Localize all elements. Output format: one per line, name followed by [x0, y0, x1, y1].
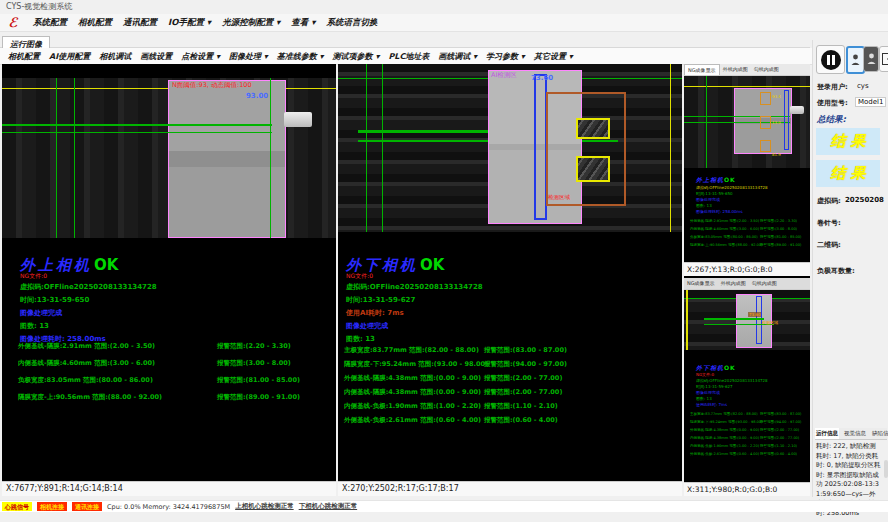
- measure-overlay-value: 93.00: [246, 92, 268, 100]
- mini-measure-box: [784, 90, 789, 150]
- mini-anno-value: 93.4: [772, 94, 781, 99]
- mini-measure-row: 隔膜宽度-上:90.56mm 范围:(88.00 - 92.00): [690, 243, 762, 247]
- user-switch-button[interactable]: [863, 46, 879, 72]
- alarm-range: 报警范围:(0.60 - 4.00): [484, 416, 558, 424]
- overlay-green-vline: [270, 78, 271, 238]
- overlay-green-vline: [706, 76, 707, 168]
- tool-image-process[interactable]: 图像处理 ▾: [229, 51, 268, 62]
- pause-icon: [821, 50, 841, 70]
- alarm-row: 报警范围:(83.00 - 87.00): [484, 346, 567, 355]
- mini-measure-row: 外侧基线-负极:2.61mm 范围:(0.60 - 4.00): [690, 452, 759, 456]
- mini-tab-hook-line[interactable]: 勾线内成图: [751, 64, 782, 75]
- tool-spotcheck-setting[interactable]: 点检设置 ▾: [181, 51, 220, 62]
- mini-anno-value: 13.0: [772, 120, 781, 125]
- mini-top-panel[interactable]: NG成像显示 外线内成图 勾线内成图 93.4 13.0 81.9 外上相机OK…: [684, 64, 810, 276]
- mini-measure-row: 外侧基线-隔膜:2.91mm 范围:(2.00 - 3.50): [690, 219, 759, 223]
- mini-frames-line: 图数: 13: [696, 396, 712, 401]
- mini-time-line: 时间:13-31-59-650: [696, 191, 733, 196]
- app-logo-icon: ℰ: [4, 15, 22, 30]
- mini-alarm-row: 报警范围:(94.00 - 97.00): [760, 420, 801, 424]
- mini-alarm-row: 报警范围:(1.10 - 2.10): [760, 444, 797, 448]
- measurement-row: 外侧基线-隔膜:2.91mm 范围:(2.00 - 3.50): [18, 342, 155, 351]
- lower-camera-heartbeat-status[interactable]: 下相机心跳检测正常: [299, 502, 358, 511]
- result-indicator-upper: 结 果: [816, 128, 880, 155]
- tool-test-params[interactable]: 测试项参数 ▾: [333, 51, 380, 62]
- time-line: 时间:13-31-59-627: [346, 295, 415, 305]
- info-scrollbar[interactable]: [884, 460, 888, 478]
- login-user-label: 登录用户:: [817, 82, 848, 92]
- tool-line-debug[interactable]: 画线调试 ▾: [438, 51, 477, 62]
- mini-tab-ng-view[interactable]: NG成像显示: [684, 278, 718, 289]
- time-line: 时间:13-31-59-650: [20, 295, 89, 305]
- mini-done-line: 图像处理完成: [696, 197, 720, 202]
- pause-button[interactable]: [816, 45, 845, 74]
- menu-io-config[interactable]: IO手配置 ▾: [168, 17, 211, 29]
- tab-vision-info[interactable]: 视觉信息: [843, 428, 867, 439]
- menu-view[interactable]: 查看 ▾: [291, 17, 315, 29]
- mini-elapsed-line: 图像处理耗时: 258.00ms: [696, 209, 743, 214]
- mini-measure-row: 内侧基线-负极:1.90mm 范围:(1.00 - 2.20): [690, 444, 759, 448]
- menu-system-config[interactable]: 系统配置: [33, 17, 67, 29]
- comm-connect-badge: 通讯连接: [72, 502, 102, 511]
- mini-tab-outer-line[interactable]: 外线内成图: [720, 64, 751, 75]
- tool-camera-debug[interactable]: 相机调试: [99, 51, 131, 62]
- alarm-range: 报警范围:(89.00 - 91.00): [217, 393, 300, 401]
- middle-camera-panel[interactable]: AI检测区 73.60 检测区域 外下相机OK NG文件:0 虚拟码:OFFli…: [338, 64, 682, 496]
- overlay-green-hline: [684, 116, 790, 117]
- tool-line-setting[interactable]: 画线设置: [140, 51, 172, 62]
- detect-region-label: 检测区域: [548, 194, 570, 201]
- upper-camera-heartbeat-status[interactable]: 上相机心跳检测正常: [235, 502, 294, 511]
- tool-learn-params[interactable]: 学习参数 ▾: [486, 51, 525, 62]
- tool-plc-address[interactable]: PLC地址表: [388, 51, 429, 62]
- mini-tab-bar: NG成像显示 外线内成图 勾线内成图: [684, 64, 810, 76]
- measure-value: 内侧基线-隔膜:4.60mm 范围:(3.00 - 6.00): [18, 359, 155, 367]
- alarm-row: 报警范围:(0.60 - 4.00): [484, 416, 558, 425]
- mini-bottom-panel[interactable]: NG成像显示 外线内成图 勾线内成图 73.60 检测区域 外下相机OK NG文…: [684, 278, 810, 496]
- mini-anno-box: [760, 140, 771, 152]
- alarm-range: 报警范围:(2.00 - 77.00): [484, 374, 562, 382]
- menu-language-switch[interactable]: 系统语言切换: [327, 17, 378, 29]
- mini-measure-row: 内侧基线-隔膜:4.60mm 范围:(3.00 - 6.00): [690, 227, 759, 231]
- overlay-yellow-line: [684, 86, 810, 87]
- mini-alarm-row: 报警范围:(83.00 - 87.00): [760, 412, 801, 416]
- alarm-range: 报警范围:(83.00 - 87.00): [484, 346, 567, 354]
- mini-alarm-row: 报警范围:(89.00 - 91.00): [760, 243, 801, 247]
- tool-ai-config[interactable]: AI使用配置: [49, 51, 90, 62]
- tool-camera-config[interactable]: 相机配置: [8, 51, 40, 62]
- cpu-memory-readout: Cpu: 0.0% Memory: 3424.41796875M: [107, 503, 230, 511]
- model-value[interactable]: Model1: [855, 97, 886, 107]
- mini-alarm-row: 报警范围:(3.00 - 8.00): [760, 227, 797, 231]
- mini-alarm-row: 报警范围:(2.20 - 3.30): [760, 219, 797, 223]
- measure-value: 内侧基线-负极:1.90mm 范围:(1.00 - 2.20): [344, 402, 481, 410]
- mini-tab-bar: NG成像显示 外线内成图 勾线内成图: [684, 278, 810, 290]
- app-window: CYS-视觉检测系统 ℰ 系统配置 相机配置 通讯配置 IO手配置 ▾ 光源控制…: [0, 0, 888, 522]
- detect-region-box: [546, 92, 626, 206]
- exit-button[interactable]: [879, 46, 888, 72]
- mini-connector-part: [790, 106, 804, 114]
- ai-measure-value: 73.60: [531, 74, 553, 82]
- alarm-range: 报警范围:(81.00 - 85.00): [217, 376, 300, 384]
- measure-value: 隔膜宽度-上:90.56mm 范围:(88.00 - 92.00): [18, 393, 162, 401]
- status-bar: 心跳信号 相机连接 通讯连接 Cpu: 0.0% Memory: 3424.41…: [0, 500, 888, 512]
- menu-comm-config[interactable]: 通讯配置: [123, 17, 157, 29]
- alarm-row: 报警范围:(2.00 - 77.00): [484, 374, 562, 383]
- menu-light-config[interactable]: 光源控制配置 ▾: [222, 17, 280, 29]
- mini-tab-outer-line[interactable]: 外线内成图: [718, 278, 749, 289]
- tool-other-setting[interactable]: 其它设置 ▾: [534, 51, 573, 62]
- mini-code-line: 虚拟码:OFFline20250208133134728: [696, 378, 768, 383]
- menu-bar: ℰ 系统配置 相机配置 通讯配置 IO手配置 ▾ 光源控制配置 ▾ 查看 ▾ 系…: [0, 14, 888, 32]
- measure-value: 隔膜宽度-下:95.24mm 范围:(93.00 - 98.00): [344, 360, 488, 368]
- left-camera-panel[interactable]: N面阈值:93, 动态阈值:100 93.00 外上相机OK NG文件:0 虚拟…: [2, 64, 336, 496]
- menu-camera-config[interactable]: 相机配置: [78, 17, 112, 29]
- tool-bar: 相机配置 AI使用配置 相机调试 画线设置 点检设置 ▾ 图像处理 ▾ 基准线参…: [0, 48, 820, 65]
- tool-baseline-params[interactable]: 基准线参数 ▾: [277, 51, 324, 62]
- tab-run-info[interactable]: 运行信息: [815, 428, 839, 439]
- mini-measure-row: 主极宽度:83.77mm 范围:(82.00 - 88.00): [690, 412, 758, 416]
- mini-tab-ng-view[interactable]: NG成像显示: [684, 64, 720, 75]
- measure-value: 外侧基线-负极:2.61mm 范围:(0.60 - 4.00): [344, 416, 481, 424]
- total-result-label: 总结果:: [817, 114, 846, 126]
- mini-camera-text: 外下相机: [696, 364, 724, 371]
- mini-tab-hook-line[interactable]: 勾线内成图: [749, 278, 780, 289]
- alarm-row: 报警范围:(2.20 - 3.30): [217, 342, 291, 351]
- tab-defect-info[interactable]: 缺陷信息: [871, 428, 888, 439]
